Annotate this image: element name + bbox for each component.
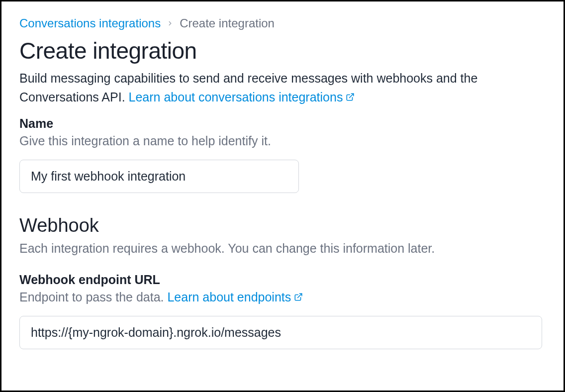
learn-conversations-link-text: Learn about conversations integrations (129, 88, 343, 107)
svg-line-1 (298, 294, 302, 297)
external-link-icon (346, 88, 355, 107)
breadcrumb-parent-link[interactable]: Conversations integrations (19, 16, 161, 30)
name-field-group: Name Give this integration a name to hel… (19, 116, 546, 193)
page-description: Build messaging capabilities to send and… (19, 69, 546, 106)
endpoint-url-input[interactable] (19, 316, 542, 349)
name-hint: Give this integration a name to help ide… (19, 132, 546, 151)
endpoint-hint-text: Endpoint to pass the data. (19, 290, 167, 304)
endpoint-hint: Endpoint to pass the data. Learn about e… (19, 288, 546, 307)
svg-line-0 (350, 94, 354, 98)
webhook-section-title: Webhook (19, 215, 546, 236)
endpoint-field-group: Webhook endpoint URL Endpoint to pass th… (19, 273, 546, 349)
breadcrumb-current: Create integration (180, 16, 275, 30)
webhook-section-description: Each integration requires a webhook. You… (19, 239, 546, 258)
learn-endpoints-link[interactable]: Learn about endpoints (167, 288, 303, 307)
learn-endpoints-link-text: Learn about endpoints (167, 288, 291, 307)
learn-conversations-link[interactable]: Learn about conversations integrations (129, 88, 355, 107)
name-input[interactable] (19, 160, 299, 193)
external-link-icon (294, 288, 303, 307)
page-title: Create integration (19, 37, 546, 64)
chevron-right-icon (167, 18, 174, 29)
breadcrumb: Conversations integrations Create integr… (19, 16, 546, 30)
endpoint-label: Webhook endpoint URL (19, 273, 546, 287)
name-label: Name (19, 116, 546, 131)
